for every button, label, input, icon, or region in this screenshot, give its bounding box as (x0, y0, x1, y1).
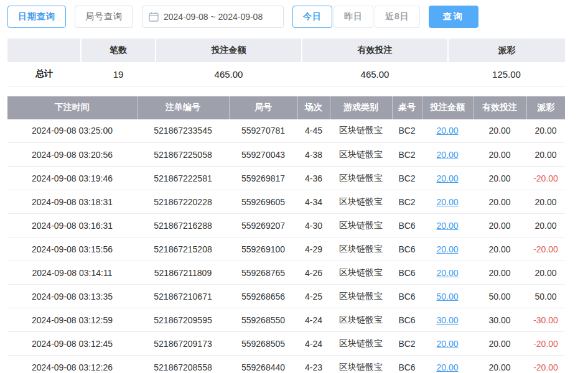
bet-amount-cell: 20.00 (422, 237, 473, 261)
session-cell: 4-24 (297, 308, 330, 332)
bet-amount-cell: 20.00 (422, 356, 473, 373)
summary-header-row: 笔数 投注金额 有效投注 派彩 (7, 39, 565, 62)
bet-amount-link[interactable]: 20.00 (436, 339, 458, 349)
query-toolbar: 日期查询 局号查询 2024-09-08 ~ 2024-09-08 今日 昨日 … (0, 0, 588, 34)
payout-cell: -20.00 (526, 356, 565, 373)
bet-amount-link[interactable]: 20.00 (436, 268, 458, 278)
payout-cell: 20.00 (526, 214, 565, 237)
payout-cell: 20.00 (526, 190, 565, 214)
date-query-tab-button[interactable]: 日期查询 (7, 6, 66, 28)
bet-amount-link[interactable]: 20.00 (436, 126, 458, 136)
bet-records-table: 下注时间 注单编号 局号 场次 游戏类别 桌号 投注金额 有效投注 派彩 202… (7, 96, 565, 373)
payout-cell: -20.00 (526, 332, 565, 356)
bet-id-cell: 521867215208 (137, 237, 229, 261)
game-type-cell: 区块链骰宝 (330, 143, 392, 167)
table-row: 2024-09-08 03:12:59521867209595559268550… (7, 308, 565, 332)
round-number-cell: 559268505 (229, 332, 297, 356)
valid-bet-cell: 50.00 (473, 285, 526, 308)
valid-bet-cell: 20.00 (473, 261, 526, 285)
session-cell: 4-36 (297, 167, 330, 190)
round-number-cell: 559268656 (229, 285, 297, 308)
game-type-cell: 区块链骰宝 (330, 285, 392, 308)
bet-amount-link[interactable]: 20.00 (436, 150, 458, 160)
game-type-cell: 区块链骰宝 (330, 261, 392, 285)
valid-bet-cell: 30.00 (473, 308, 526, 332)
bet-amount-cell: 20.00 (422, 214, 473, 237)
bet-amount-link[interactable]: 20.00 (436, 221, 458, 231)
round-number-cell: 559270043 (229, 143, 297, 167)
bet-amount-link[interactable]: 20.00 (436, 244, 458, 254)
table-number-cell: BC2 (392, 167, 422, 190)
bet-time-cell: 2024-09-08 03:14:11 (7, 261, 137, 285)
bet-id-cell: 521867233545 (137, 119, 229, 143)
bet-amount-link[interactable]: 50.00 (436, 292, 458, 302)
summary-total-payout: 125.00 (448, 62, 565, 86)
table-row: 2024-09-08 03:16:31521867216288559269207… (7, 214, 565, 237)
bet-amount-cell: 20.00 (422, 332, 473, 356)
session-cell: 4-23 (297, 356, 330, 373)
table-row: 2024-09-08 03:25:00521867233545559270781… (7, 119, 565, 143)
payout-cell: -30.00 (526, 308, 565, 332)
bet-time-cell: 2024-09-08 03:25:00 (7, 119, 137, 143)
calendar-icon (149, 12, 159, 22)
bet-id-cell: 521867222581 (137, 167, 229, 190)
payout-cell: 20.00 (526, 261, 565, 285)
session-cell: 4-24 (297, 332, 330, 356)
bet-id-cell: 521867216288 (137, 214, 229, 237)
table-row: 2024-09-08 03:14:11521867211809559268765… (7, 261, 565, 285)
table-number-cell: BC6 (392, 261, 422, 285)
bet-amount-cell: 50.00 (422, 285, 473, 308)
payout-cell: 20.00 (526, 143, 565, 167)
summary-header-valid-bet: 有效投注 (302, 39, 448, 62)
summary-header-payout: 派彩 (448, 39, 565, 62)
round-number-cell: 559268440 (229, 356, 297, 373)
summary-total-valid-bet: 465.00 (302, 62, 448, 86)
bet-time-cell: 2024-09-08 03:13:35 (7, 285, 137, 308)
table-row: 2024-09-08 03:20:56521867225058559270043… (7, 143, 565, 167)
game-type-cell: 区块链骰宝 (330, 237, 392, 261)
bet-amount-cell: 30.00 (422, 308, 473, 332)
bet-id-cell: 521867225058 (137, 143, 229, 167)
game-type-cell: 区块链骰宝 (330, 356, 392, 373)
bet-amount-link[interactable]: 20.00 (436, 362, 458, 372)
header-bet-id: 注单编号 (137, 96, 229, 119)
bet-amount-cell: 20.00 (422, 143, 473, 167)
game-type-cell: 区块链骰宝 (330, 190, 392, 214)
payout-cell: -20.00 (526, 167, 565, 190)
last-8-days-button[interactable]: 近8日 (375, 6, 420, 28)
summary-header-empty (7, 39, 81, 62)
game-type-cell: 区块链骰宝 (330, 332, 392, 356)
round-number-cell: 559268550 (229, 308, 297, 332)
header-payout: 派彩 (526, 96, 565, 119)
valid-bet-cell: 20.00 (473, 190, 526, 214)
bet-time-cell: 2024-09-08 03:12:45 (7, 332, 137, 356)
round-number-cell: 559269100 (229, 237, 297, 261)
valid-bet-cell: 20.00 (473, 237, 526, 261)
session-cell: 4-26 (297, 261, 330, 285)
bet-time-cell: 2024-09-08 03:18:31 (7, 190, 137, 214)
summary-header-count: 笔数 (81, 39, 156, 62)
quick-range-group: 今日 昨日 近8日 (292, 6, 420, 28)
today-button[interactable]: 今日 (292, 6, 332, 28)
table-number-cell: BC2 (392, 143, 422, 167)
game-type-cell: 区块链骰宝 (330, 167, 392, 190)
bet-amount-cell: 20.00 (422, 190, 473, 214)
header-session: 场次 (297, 96, 330, 119)
valid-bet-cell: 20.00 (473, 214, 526, 237)
game-type-cell: 区块链骰宝 (330, 214, 392, 237)
summary-total-row: 总计 19 465.00 465.00 125.00 (7, 62, 565, 86)
valid-bet-cell: 20.00 (473, 119, 526, 143)
bet-amount-link[interactable]: 20.00 (436, 173, 458, 183)
table-row: 2024-09-08 03:12:45521867209173559268505… (7, 332, 565, 356)
round-query-tab-button[interactable]: 局号查询 (75, 6, 133, 28)
date-range-input[interactable]: 2024-09-08 ~ 2024-09-08 (142, 6, 284, 28)
bet-amount-link[interactable]: 20.00 (436, 197, 458, 207)
valid-bet-cell: 20.00 (473, 332, 526, 356)
header-round-number: 局号 (229, 96, 297, 119)
search-button[interactable]: 查询 (429, 6, 478, 28)
yesterday-button[interactable]: 昨日 (334, 6, 373, 28)
round-number-cell: 559270781 (229, 119, 297, 143)
payout-cell: 20.00 (526, 119, 565, 143)
table-row: 2024-09-08 03:18:31521867220228559269605… (7, 190, 565, 214)
bet-amount-link[interactable]: 30.00 (436, 315, 458, 325)
